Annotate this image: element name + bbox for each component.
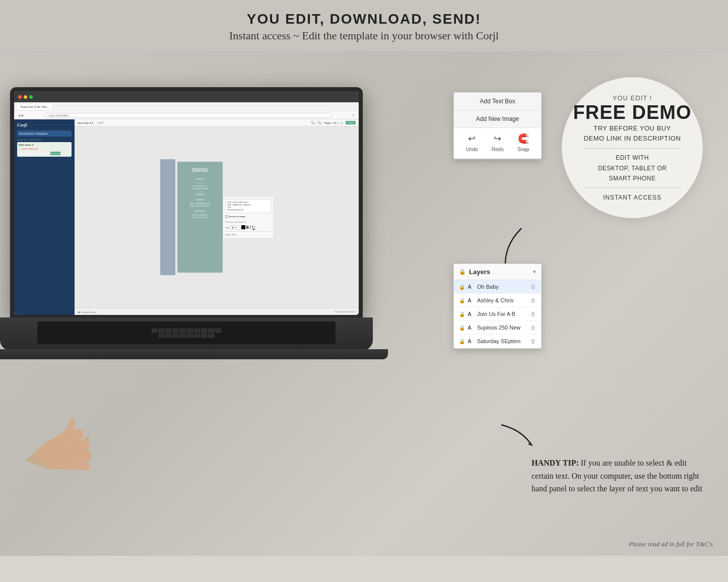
layer-name-oh-baby: Oh Baby — [477, 284, 528, 290]
hello-name: Hello Name 4 — [19, 144, 70, 146]
bold-btn[interactable]: B — [246, 225, 249, 230]
key — [215, 329, 221, 333]
address-input[interactable]: corjl.com/orders — [44, 113, 333, 118]
browser-maximize-btn[interactable] — [29, 95, 33, 99]
zoom-out-btn[interactable]: 🔍- — [311, 121, 315, 124]
panel-tools: ↩ Undo ↪ Redo 🧲 Snap — [454, 128, 541, 159]
add-text-box-btn[interactable]: Add Text Box — [454, 93, 541, 110]
laptop-keyboard — [0, 317, 373, 350]
snap-tool[interactable]: 🧲 Snap — [517, 133, 529, 153]
browser-minimize-btn[interactable] — [24, 95, 27, 99]
resize-image-checkbox[interactable] — [225, 215, 228, 218]
layers-header: 🔒 Layers ▾ — [454, 264, 541, 280]
collapse-menu-btn[interactable]: ◀ Collapse Menu — [78, 310, 96, 313]
redo-tool[interactable]: ↪ Redo — [492, 133, 504, 153]
page-indicator: Page 1 of 1 — [324, 121, 338, 124]
zoom-in-btn[interactable]: 🔍+ — [317, 121, 322, 124]
undo-icon: ↩ — [466, 133, 478, 144]
layers-header-left: 🔒 Layers — [459, 268, 490, 276]
layer-item-oh-baby[interactable]: 🔒 A Oh Baby 🗑 — [454, 280, 541, 294]
browser-tab[interactable]: Temp Feat of the Tem... — [17, 104, 52, 109]
layer-item-ashley[interactable]: 🔒 A Ashley & Chris 🗑 — [454, 294, 541, 307]
layer-delete-btn[interactable]: 🗑 — [531, 311, 536, 317]
menu-main: main MENU ITEM HERE MENUMENU ITEM HERE M… — [180, 198, 220, 208]
key — [173, 329, 179, 333]
menu-card: menu entrée ———— PLEASE JOIN US FOR A BR… — [177, 162, 223, 273]
snap-label: Snap — [517, 147, 529, 152]
demo-try-before: TRY BEFORE YOU BUY DEMO LINK IN DESCRIPT… — [584, 123, 681, 145]
underline-btn[interactable]: U — [252, 225, 255, 230]
layer-item-saturday[interactable]: 🔒 A Saturday SEptem 🗑 — [454, 335, 541, 348]
demo-you-edit: YOU EDIT ! — [613, 94, 652, 102]
key — [208, 334, 214, 338]
demo-free-label: FREE DEMO — [573, 102, 692, 123]
height-input[interactable]: ▲ 17 — [230, 225, 240, 230]
toolbar-zoom: 🔍- 🔍+ Page 1 of 1 🛒 Online — [311, 121, 356, 124]
corjl-panel-popup: Add Text Box Add New Image ↩ Undo ↪ Redo… — [453, 92, 542, 159]
style-text-section: Style: Text — [225, 231, 271, 236]
layer-delete-btn[interactable]: 🗑 — [531, 338, 536, 344]
layer-name-join-us: Join Us For A B — [477, 311, 528, 317]
keyboard-rows — [67, 329, 306, 338]
layers-lock-icon: 🔒 — [459, 269, 466, 275]
color-swatch[interactable] — [241, 225, 245, 229]
demo-instant-access: INSTANT ACCESS — [603, 194, 661, 201]
right-edit-panel: PLEASE JOIN US F OR A BRIDAL BRUN CH IN … — [223, 197, 273, 238]
browser-tabs: Temp Feat of the Tem... — [14, 102, 359, 111]
resize-image-section: Resize as image — [225, 215, 271, 218]
style-text-label: Style: Text — [225, 233, 271, 236]
handy-tip-section: HANDY TIP: If you are unable to select &… — [532, 457, 703, 495]
layer-lock-icon: 🔒 — [459, 284, 465, 290]
key — [159, 329, 165, 333]
demo-circle: YOU EDIT ! FREE DEMO TRY BEFORE YOU BUY … — [562, 77, 703, 218]
refresh-btn[interactable]: ↻ — [352, 113, 355, 117]
browser-close-btn[interactable] — [18, 95, 22, 99]
canvas-area[interactable]: menu entrée ———— PLEASE JOIN US FOR A BR… — [75, 126, 359, 308]
save-changes-btn[interactable]: Save Changes — [35, 152, 49, 155]
key — [194, 334, 200, 338]
laptop-screen: Temp Feat of the Tem... ◀ ▶ corjl.com/or… — [14, 91, 359, 315]
layer-delete-btn[interactable]: 🗑 — [531, 297, 536, 303]
bottom-note: Please read ad in full for T&C's — [629, 540, 713, 548]
toolbar-font: best-font-4 ▾ — [78, 121, 93, 124]
key — [180, 329, 186, 333]
layer-type-a: A — [468, 338, 475, 344]
layer-item-join-us[interactable]: 🔒 A Join Us For A B 🗑 — [454, 307, 541, 321]
layer-name-saturday: Saturday SEptem — [477, 338, 528, 344]
layer-type-a: A — [468, 297, 475, 303]
layer-item-supinos[interactable]: 🔒 A Supinos 250 New 🗑 — [454, 321, 541, 335]
layer-type-a: A — [468, 284, 475, 290]
key — [201, 329, 207, 333]
layer-type-a: A — [468, 311, 475, 317]
save-original-btn[interactable]: Save to Original — [19, 152, 34, 155]
cart-icon[interactable]: 🛒 — [340, 121, 344, 124]
corjl-sidebar: Corjl. NoorayParty Templates Order Id: 1… — [14, 119, 75, 315]
toolbar-size: 1 1/7 — [97, 121, 103, 124]
layers-panel: 🔒 Layers ▾ 🔒 A Oh Baby 🗑 🔒 A Ashley & Ch… — [453, 264, 542, 349]
download-btn[interactable]: Download — [50, 152, 61, 155]
key — [194, 329, 200, 333]
menu-entree: entrée ———— PLEASE JOIN US FOR A BRIDAL … — [180, 177, 220, 196]
italic-btn[interactable]: I — [250, 225, 251, 230]
add-new-image-btn[interactable]: Add New Image — [454, 110, 541, 128]
key — [187, 334, 193, 338]
layer-delete-btn[interactable]: 🗑 — [531, 284, 536, 290]
layers-chevron-icon[interactable]: ▾ — [533, 269, 536, 275]
banner-subtitle: Instant access ~ Edit the template in yo… — [10, 29, 718, 42]
layer-lock-icon: 🔒 — [459, 325, 465, 331]
incomplete-badge: ⚪ INCOMPLETE — [19, 147, 70, 150]
undo-tool[interactable]: ↩ Undo — [466, 133, 478, 153]
order-actions: Save to Original Save Changes Download — [19, 152, 70, 155]
menu-card-title: menu — [180, 166, 220, 174]
layer-delete-btn[interactable]: 🗑 — [531, 325, 536, 331]
size-controls: Hgt ▲ 17 B I U — [225, 225, 271, 230]
keyboard-row-1 — [67, 329, 306, 333]
demo-edit-with: EDIT WITH DESKTOP, TABLET OR SMART PHONE — [598, 153, 667, 183]
online-badge: Online — [346, 121, 356, 124]
sidebar-item-orders[interactable]: NoorayParty Templates — [17, 131, 72, 137]
key — [159, 334, 165, 338]
menu-dessert: dessert MENU ITEM HEREMENU ITEM HERE — [180, 209, 220, 219]
keyboard-keys — [37, 321, 336, 344]
back-btn[interactable]: ◀ ▶ — [18, 113, 24, 117]
laptop-base — [0, 349, 388, 359]
